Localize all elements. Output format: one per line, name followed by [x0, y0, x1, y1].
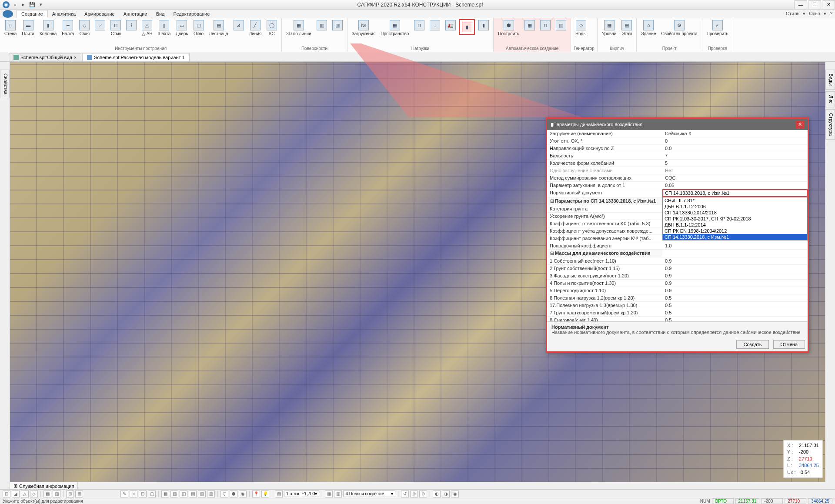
param-value[interactable]: 7 [662, 152, 808, 159]
auto-tool-2[interactable]: ▦ [523, 19, 537, 31]
loads-tool-6[interactable]: ▮ [477, 19, 491, 31]
layer-tool-1[interactable]: ▦ [325, 491, 333, 497]
3d-line-button[interactable]: ▦3D по линии [284, 19, 313, 37]
build-tool-6[interactable]: ⊓Стык [109, 19, 123, 37]
build-tool-2[interactable]: ▮Колонна [38, 19, 58, 37]
combo-option[interactable]: СНиП II-7-81* [663, 197, 807, 204]
side-panel-views[interactable]: Виды [825, 70, 835, 90]
minimize-button[interactable]: — [794, 0, 807, 9]
menu-help[interactable]: ? [830, 11, 832, 17]
snap-tool-3[interactable]: △ [21, 491, 29, 497]
app-menu-icon[interactable]: ◉ [3, 1, 10, 8]
doctab-calc-model[interactable]: Scheme.spf:Расчетная модель вариант 1 [82, 53, 190, 61]
build-tool-11[interactable]: ▢Окно [192, 19, 206, 37]
view-tool-4[interactable]: ▤ [189, 491, 197, 497]
open-icon[interactable]: ▸ [20, 1, 27, 8]
draw-tool-3[interactable]: ⊡ [139, 491, 147, 497]
tab-annotations[interactable]: Аннотации [119, 10, 152, 17]
light-tool[interactable]: 💡 [261, 491, 269, 497]
menu-style[interactable]: Стиль [786, 11, 799, 17]
loads-space-button[interactable]: ▦Пространство [379, 19, 411, 37]
build-tool-1[interactable]: ▬Плита [20, 19, 36, 37]
floor-button[interactable]: ▤Этаж [620, 19, 634, 37]
close-button[interactable]: ✕ [822, 0, 835, 9]
build-tool-10[interactable]: ▭Дверь [174, 19, 190, 37]
loads-tool-4[interactable]: ↓ [428, 19, 442, 31]
param-value[interactable]: 0.5 [662, 294, 808, 301]
snap-tool-7[interactable]: ⊞ [66, 491, 74, 497]
param-value[interactable]: 0.9 [662, 265, 808, 272]
param-value[interactable]: 0.9 [662, 287, 808, 294]
floor-nav-icon[interactable]: ▤ [275, 491, 283, 497]
param-value[interactable]: 0.9 [662, 257, 808, 264]
nav-tool-3[interactable]: ⊖ [419, 491, 427, 497]
build-tool-5[interactable]: ⟋ [93, 19, 107, 31]
loads-vehicle[interactable]: 🚛 [444, 19, 458, 31]
norm-doc-combo[interactable]: СП 14.13330.2018, с Изм.№1СНиП II-7-81*Д… [662, 189, 808, 197]
dialog-close-button[interactable]: ✕ [795, 120, 804, 128]
seismic-button[interactable]: ▮ [459, 19, 475, 35]
dropdown-icon[interactable]: ▾ [37, 1, 44, 8]
snap-tool-1[interactable]: ⊡ [3, 491, 10, 497]
build-tool-8[interactable]: △△ ΔН [140, 19, 154, 37]
loads-tool-3[interactable]: ⊓ [412, 19, 426, 31]
build-tool-3[interactable]: ━Балка [60, 19, 76, 37]
side-panel-properties[interactable]: Свойства [0, 70, 10, 98]
auto-tool-3[interactable]: ⊓ [538, 19, 552, 31]
build-tool-7[interactable]: ⌇ [124, 19, 138, 31]
status-orto[interactable]: ОРТО [712, 498, 734, 504]
build-tool-9[interactable]: ▯Шахта [156, 19, 173, 37]
build-tool-4[interactable]: ◇Свая [77, 19, 91, 37]
side-panel-sheets[interactable]: Лис [825, 91, 835, 107]
expand-icon[interactable]: ⊞ [13, 483, 17, 489]
param-value[interactable]: 0.5 [662, 302, 808, 309]
snap-tool-2[interactable]: ◢ [12, 491, 20, 497]
chevron-down-icon[interactable]: ▾ [803, 11, 805, 17]
build-button[interactable]: ⬢Построить [496, 19, 521, 37]
combo-option[interactable]: СП РК EN 1998-1:2004/2012 [663, 228, 807, 234]
param-value[interactable]: 0.9 [662, 272, 808, 279]
nav-tool-1[interactable]: ↺ [401, 491, 409, 497]
combo-option[interactable]: ДБН В.1.1-12:2006 [663, 204, 807, 210]
layer-tool-2[interactable]: ▥ [334, 491, 342, 497]
param-value[interactable]: Сейсмика X [662, 130, 808, 137]
check-button[interactable]: ✓Проверить [705, 19, 730, 37]
combo-option[interactable]: СП РК 2.03-30-2017, СН КР 20-02:2018 [663, 216, 807, 222]
build-tool-13[interactable]: ⊿ [232, 19, 246, 31]
snap-tool-6[interactable]: ▥ [53, 491, 60, 497]
auto-tool-4[interactable]: ▥ [554, 19, 568, 31]
create-button[interactable]: Создать [736, 340, 769, 349]
nodes-button[interactable]: ◇Ноды [574, 19, 588, 37]
side-panel-structure[interactable]: Структура [825, 109, 835, 140]
maximize-button[interactable]: ☐ [808, 0, 821, 9]
nav-tool-2[interactable]: ⊕ [410, 491, 418, 497]
layer-combo[interactable]: 4.Полы и покрытие▾ [343, 491, 395, 497]
cancel-button[interactable]: Отмена [773, 340, 805, 349]
build-tool-14[interactable]: ╱Линия [247, 19, 264, 37]
view-tool-1[interactable]: ▦ [161, 491, 169, 497]
dialog-titlebar[interactable]: ▮ Параметры динамического воздействия ✕ [547, 119, 808, 130]
nav-tool-5[interactable]: ◑ [442, 491, 450, 497]
surf-tool-2[interactable]: ▥ [315, 19, 329, 31]
combo-option[interactable]: СП 14.13330.2014/2018 [663, 210, 807, 216]
combo-option[interactable]: ДБН В.1.1-12:2014 [663, 222, 807, 228]
param-value[interactable]: Нет [662, 167, 808, 174]
build-tool-12[interactable]: ▤Лестница [207, 19, 230, 37]
snap-tool-8[interactable]: ▤ [75, 491, 83, 497]
mode-tool-1[interactable]: ⬡ [220, 491, 228, 497]
mode-tool-2[interactable]: ⬢ [230, 491, 237, 497]
snap-tool-4[interactable]: ◇ [30, 491, 38, 497]
tab-view[interactable]: Вид [152, 10, 169, 17]
param-value[interactable]: 0 [662, 137, 808, 144]
nav-tool-6[interactable]: ◉ [451, 491, 459, 497]
param-value[interactable]: 0.05 [662, 182, 808, 189]
draw-tool-2[interactable]: ○ [130, 491, 137, 497]
menu-window[interactable]: Окно [809, 11, 820, 17]
view-tool-2[interactable]: ▥ [170, 491, 178, 497]
marker-tool[interactable]: 📍 [252, 491, 260, 497]
nav-tool-4[interactable]: ◐ [433, 491, 441, 497]
loads-no-button[interactable]: №Загружения [350, 19, 377, 37]
doctab-general-view[interactable]: Scheme.spf:Общий вид × [9, 53, 81, 61]
param-value[interactable]: CQC [662, 174, 808, 181]
param-value[interactable]: 0.0 [662, 145, 808, 152]
